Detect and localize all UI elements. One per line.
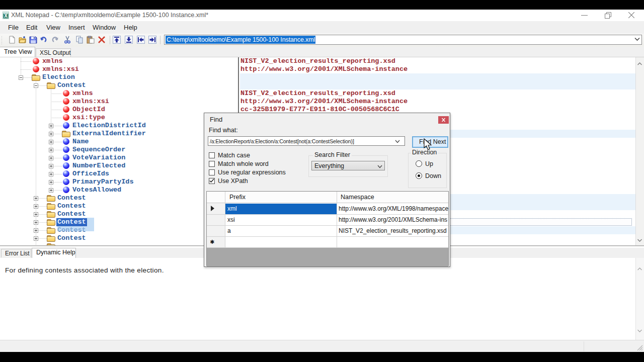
svg-text:X: X <box>4 13 8 19</box>
